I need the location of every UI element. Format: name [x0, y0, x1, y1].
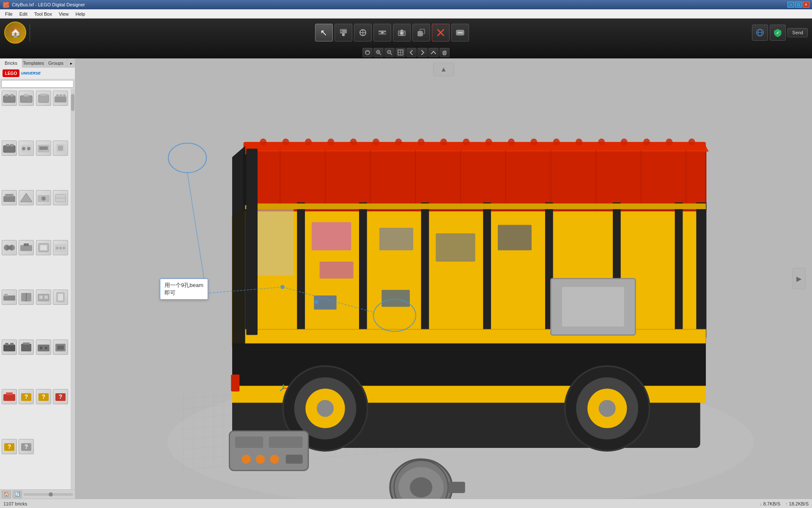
universe-button[interactable]	[752, 25, 768, 41]
svg-point-91	[40, 347, 42, 349]
tab-templates[interactable]: Templates	[22, 58, 45, 68]
list-item[interactable]	[2, 340, 17, 355]
pan-right-button[interactable]	[417, 48, 428, 57]
shield-button[interactable]: ✓	[770, 25, 786, 41]
svg-marker-60	[20, 193, 32, 202]
svg-text:?: ?	[25, 443, 28, 450]
pan-up-button[interactable]	[428, 48, 439, 57]
viewport[interactable]: ▲ ▶	[75, 58, 812, 499]
list-item[interactable]	[53, 290, 68, 305]
list-item[interactable]	[53, 141, 68, 156]
panel-zoom-slider[interactable]	[24, 493, 73, 496]
clone-tool-button[interactable]	[412, 24, 430, 41]
svg-line-26	[379, 53, 381, 55]
svg-text:LEGO: LEGO	[5, 71, 17, 76]
list-item[interactable]	[19, 240, 34, 255]
svg-rect-149	[696, 202, 706, 338]
list-item[interactable]	[2, 190, 17, 205]
list-item[interactable]	[36, 141, 51, 156]
delete-tool-button[interactable]	[432, 24, 450, 41]
list-item[interactable]	[53, 190, 68, 205]
search-input[interactable]	[1, 80, 74, 88]
list-item[interactable]: ?	[2, 439, 17, 454]
list-item[interactable]	[2, 240, 17, 255]
svg-rect-48	[3, 146, 15, 152]
list-item[interactable]: ?	[53, 389, 68, 404]
zoom-fit-button[interactable]	[395, 48, 406, 57]
list-item[interactable]	[19, 91, 34, 106]
list-item[interactable]	[36, 190, 51, 205]
list-item[interactable]: ?	[19, 389, 34, 404]
menu-file[interactable]: File	[2, 11, 16, 17]
menu-view[interactable]: View	[55, 11, 72, 17]
list-item[interactable]	[2, 290, 17, 305]
minimize-button[interactable]: −	[787, 2, 794, 8]
svg-point-19	[461, 32, 463, 33]
menu-toolbox[interactable]: Tool Box	[31, 11, 55, 17]
move-tool-button[interactable]	[354, 24, 372, 41]
list-item[interactable]	[53, 240, 68, 255]
panel-scrollbar[interactable]	[71, 89, 75, 489]
maximize-button[interactable]: □	[795, 2, 802, 8]
list-item[interactable]: ?	[36, 389, 51, 404]
hinge-tool-button[interactable]	[373, 24, 391, 41]
svg-rect-179	[562, 287, 624, 326]
list-item[interactable]	[36, 91, 51, 106]
svg-rect-96	[6, 392, 13, 395]
panel-tab-arrow[interactable]: ▸	[67, 58, 75, 68]
svg-rect-180	[231, 375, 239, 392]
more-tool-button[interactable]	[451, 24, 469, 41]
svg-rect-88	[21, 344, 31, 351]
list-item[interactable]	[19, 340, 34, 355]
svg-point-123	[305, 138, 312, 145]
upload-speed: ↑ 18.2KB/S	[785, 501, 809, 506]
up-speed-value: 18.2KB/S	[789, 501, 809, 506]
toolbar2	[0, 47, 812, 58]
svg-point-140	[689, 138, 695, 145]
svg-point-177	[599, 400, 616, 417]
svg-point-134	[553, 138, 560, 145]
list-item[interactable]	[19, 190, 34, 205]
svg-rect-81	[39, 295, 43, 299]
panel-bottom-btn-1[interactable]: 🏠	[2, 491, 11, 498]
svg-rect-71	[40, 245, 47, 250]
zoom-out-button[interactable]	[384, 48, 395, 57]
menu-help[interactable]: Help	[72, 11, 89, 17]
menu-edit[interactable]: Edit	[16, 11, 31, 17]
list-item[interactable]: ?	[19, 439, 34, 454]
svg-rect-169	[246, 149, 258, 335]
paint-tool-button[interactable]	[335, 24, 352, 41]
pan-left-button[interactable]	[406, 48, 417, 57]
home-button[interactable]: 🏠	[4, 22, 26, 44]
svg-point-184	[242, 455, 251, 464]
list-item[interactable]	[2, 389, 17, 404]
list-item[interactable]	[53, 91, 68, 106]
tab-bricks[interactable]: Bricks	[0, 58, 22, 68]
list-item[interactable]	[19, 290, 34, 305]
svg-rect-143	[359, 202, 367, 338]
list-item[interactable]	[36, 240, 51, 255]
list-item[interactable]	[19, 141, 34, 156]
svg-rect-46	[60, 94, 62, 97]
svg-text:?: ?	[25, 393, 28, 400]
list-item[interactable]	[36, 340, 51, 355]
hand-tool-button[interactable]	[439, 48, 450, 57]
tab-groups[interactable]: Groups	[45, 58, 67, 68]
list-item[interactable]	[36, 290, 51, 305]
svg-point-124	[327, 138, 334, 145]
orbit-button[interactable]	[362, 48, 373, 57]
list-item[interactable]	[2, 141, 17, 156]
send-button[interactable]: Send	[787, 28, 808, 37]
svg-point-186	[270, 455, 279, 464]
left-panel: Bricks Templates Groups ▸ LEGO UNIVERSE	[0, 58, 75, 499]
panel-bottom-btn-2[interactable]: 🔄	[13, 491, 22, 498]
camera-tool-button[interactable]	[393, 24, 411, 41]
svg-point-135	[576, 138, 582, 145]
zoom-in-button[interactable]	[373, 48, 384, 57]
close-button[interactable]: ✕	[803, 2, 809, 8]
select-tool-button[interactable]: ↖	[315, 24, 333, 41]
list-item[interactable]	[2, 91, 17, 106]
svg-point-130	[463, 138, 469, 145]
svg-rect-159	[379, 228, 413, 250]
list-item[interactable]	[53, 340, 68, 355]
